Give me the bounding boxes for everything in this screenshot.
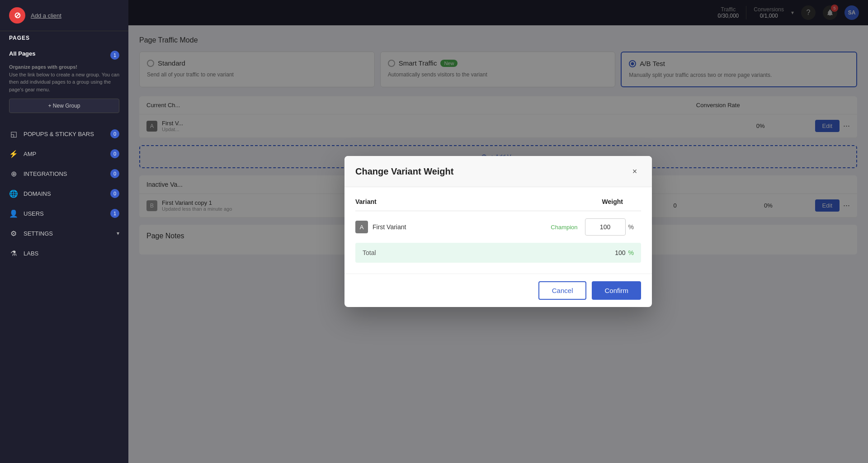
sidebar-item-domains-label: DOMAINS <box>24 190 51 197</box>
popups-icon: ◱ <box>9 129 18 138</box>
sidebar-item-amp[interactable]: ⚡ AMP 0 <box>0 144 128 164</box>
modal-close-button[interactable]: × <box>628 165 641 178</box>
sidebar-header: ⊘ Add a client <box>0 0 128 31</box>
popups-count: 0 <box>110 129 119 138</box>
modal-footer: Cancel Confirm <box>344 274 652 307</box>
sidebar-item-integrations-label: INTEGRATIONS <box>24 170 67 177</box>
users-count: 1 <box>110 209 119 218</box>
variant-letter-a: A <box>355 221 368 233</box>
sidebar-item-popups[interactable]: ◱ POPUPS & STICKY BARS 0 <box>0 124 128 144</box>
labs-icon: ⚗ <box>9 249 18 258</box>
sidebar-item-popups-label: POPUPS & STICKY BARS <box>24 131 94 137</box>
sidebar-item-labs[interactable]: ⚗ LABS <box>0 243 128 263</box>
weight-percent-symbol: % <box>628 223 634 231</box>
domains-icon: 🌐 <box>9 189 18 198</box>
settings-chevron-icon: ▾ <box>117 230 119 236</box>
modal-title: Change Variant Weight <box>355 166 453 177</box>
cancel-button[interactable]: Cancel <box>538 281 587 300</box>
sidebar-item-users[interactable]: 👤 USERS 1 <box>0 203 128 223</box>
pages-nav-label: PAGES <box>9 35 30 41</box>
sidebar-item-domains[interactable]: 🌐 DOMAINS 0 <box>0 184 128 203</box>
sidebar-item-amp-label: AMP <box>24 151 36 157</box>
sidebar: ⊘ Add a client PAGES All Pages 1 Organiz… <box>0 0 128 463</box>
modal-variant-name: First Variant <box>373 223 551 231</box>
change-variant-weight-modal: Change Variant Weight × Variant Weight A… <box>344 156 652 307</box>
organize-desc: Organize pages with groups! Use the link… <box>9 63 119 93</box>
sidebar-nav: ◱ POPUPS & STICKY BARS 0 ⚡ AMP 0 ⊕ INTEG… <box>0 118 128 463</box>
new-group-button[interactable]: + New Group <box>9 99 119 113</box>
modal-header: Change Variant Weight × <box>344 156 652 187</box>
confirm-button[interactable]: Confirm <box>592 281 641 300</box>
sidebar-item-users-label: USERS <box>24 210 44 217</box>
amp-icon: ⚡ <box>9 149 18 158</box>
add-client-link[interactable]: Add a client <box>31 12 61 19</box>
integrations-count: 0 <box>110 169 119 178</box>
modal-table-header: Variant Weight <box>355 198 641 211</box>
variant-row: A First Variant Champion % <box>355 218 641 236</box>
champion-label: Champion <box>551 224 577 231</box>
integrations-icon: ⊕ <box>9 169 18 178</box>
main-area: Traffic 0/30,000 Conversions 0/1,000 ▾ ?… <box>128 0 868 463</box>
sidebar-item-integrations[interactable]: ⊕ INTEGRATIONS 0 <box>0 164 128 184</box>
total-percent: % <box>628 249 634 256</box>
total-label: Total <box>363 249 615 256</box>
all-pages-label[interactable]: All Pages <box>9 50 36 57</box>
app-logo[interactable]: ⊘ <box>9 7 25 24</box>
sidebar-item-settings[interactable]: ⚙ SETTINGS ▾ <box>0 223 128 243</box>
domains-count: 0 <box>110 189 119 198</box>
sidebar-item-settings-label: SETTINGS <box>24 230 53 237</box>
pages-section: All Pages 1 Organize pages with groups! … <box>0 45 128 118</box>
pages-header: PAGES <box>0 31 128 45</box>
col-variant-header: Variant <box>355 198 556 205</box>
sidebar-item-labs-label: LABS <box>24 250 38 257</box>
modal-overlay: Change Variant Weight × Variant Weight A… <box>128 0 868 463</box>
users-icon: 👤 <box>9 209 18 218</box>
weight-input[interactable] <box>585 218 626 236</box>
total-value: 100 <box>615 249 625 256</box>
amp-count: 0 <box>110 149 119 158</box>
modal-body: Variant Weight A First Variant Champion … <box>344 187 652 274</box>
all-pages-count: 1 <box>110 51 119 60</box>
col-weight-header: Weight <box>556 198 641 205</box>
settings-icon: ⚙ <box>9 229 18 238</box>
total-row: Total 100 % <box>355 243 641 263</box>
